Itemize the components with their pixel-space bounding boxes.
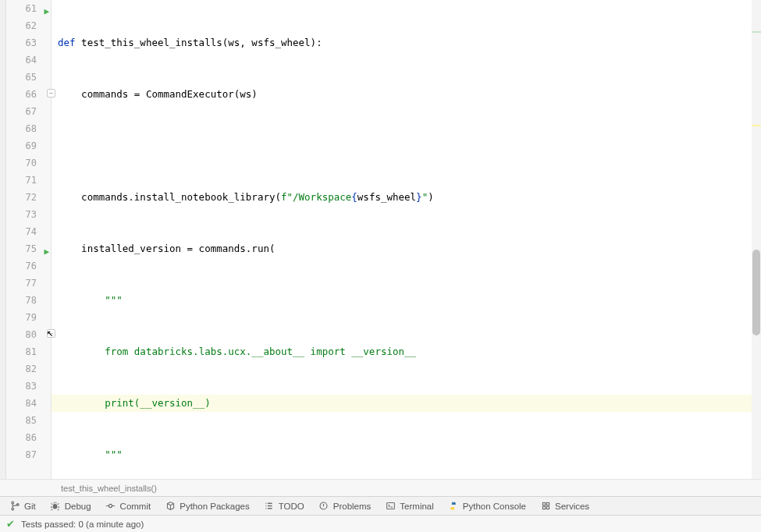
tool-label: Services — [555, 502, 589, 511]
line-number: 76 — [26, 257, 37, 275]
line-number: 85 — [26, 412, 37, 429]
bug-icon — [50, 501, 61, 512]
line-number: 87 — [26, 446, 37, 463]
python-console-tool-button[interactable]: Python Console — [442, 499, 532, 513]
svg-point-3 — [53, 504, 58, 509]
terminal-icon — [385, 501, 396, 512]
svg-point-0 — [11, 502, 13, 504]
svg-rect-10 — [546, 506, 549, 509]
code-editor[interactable]: def test_this_wheel_installs(ws, wsfs_wh… — [52, 0, 761, 479]
gutter[interactable]: 61▶ 62 63 64 65 66– 67 68 69 70 71 72 73… — [6, 0, 52, 479]
line-number: 78 — [26, 292, 37, 309]
status-tests-text[interactable]: Tests passed: 0 (a minute ago) — [21, 520, 144, 529]
vertical-scrollbar[interactable] — [752, 0, 761, 479]
svg-rect-7 — [542, 502, 545, 505]
tool-label: Problems — [333, 502, 372, 511]
tool-label: TODO — [279, 502, 304, 511]
tool-label: Python Console — [463, 502, 526, 511]
tool-window-bar: Git Debug Commit Python Packages TODO Pr… — [0, 496, 761, 515]
commit-icon — [105, 501, 116, 512]
scroll-marker — [752, 125, 761, 126]
python-packages-tool-button[interactable]: Python Packages — [158, 499, 256, 513]
line-number: 83 — [26, 378, 37, 395]
list-icon — [264, 501, 275, 512]
line-number: 86 — [26, 429, 37, 446]
line-number: 63 — [26, 34, 37, 51]
tool-label: Terminal — [400, 502, 433, 511]
line-number: 62 — [26, 17, 37, 34]
editor-area: 61▶ 62 63 64 65 66– 67 68 69 70 71 72 73… — [0, 0, 761, 479]
terminal-tool-button[interactable]: Terminal — [379, 499, 439, 513]
line-number: 75 — [26, 240, 37, 257]
scroll-marker — [752, 31, 761, 33]
tool-label: Python Packages — [180, 502, 250, 511]
svg-rect-6 — [386, 502, 394, 509]
line-number: 72 — [26, 189, 37, 206]
todo-tool-button[interactable]: TODO — [258, 499, 311, 513]
status-bar: ✔ Tests passed: 0 (a minute ago) — [0, 515, 761, 532]
line-number: 84 — [26, 395, 37, 412]
services-icon — [540, 501, 551, 512]
line-number: 67 — [26, 103, 37, 120]
line-number: 73 — [26, 206, 37, 223]
svg-rect-8 — [546, 502, 549, 505]
services-tool-button[interactable]: Services — [534, 499, 596, 513]
svg-point-4 — [109, 504, 112, 507]
debug-tool-button[interactable]: Debug — [44, 499, 98, 513]
line-number: 80 — [26, 326, 37, 343]
breadcrumb-context[interactable]: test_this_wheel_installs() — [61, 484, 157, 493]
line-number: 70 — [26, 154, 37, 172]
line-number: 66 — [26, 86, 37, 103]
warning-icon — [318, 501, 329, 512]
line-number: 77 — [26, 275, 37, 292]
line-number: 69 — [26, 137, 37, 154]
tool-label: Commit — [120, 502, 151, 511]
breadcrumb-bar[interactable]: test_this_wheel_installs() — [0, 479, 761, 496]
bookmark-strip — [0, 0, 6, 479]
tests-passed-icon: ✔ — [6, 518, 15, 530]
line-number: 64 — [26, 51, 37, 69]
line-number: 61 — [26, 0, 37, 17]
line-number: 79 — [26, 309, 37, 326]
line-number: 74 — [26, 223, 37, 240]
tool-label: Debug — [65, 502, 91, 511]
line-number: 65 — [26, 69, 37, 86]
line-number: 81 — [26, 343, 37, 360]
line-number: 82 — [26, 360, 37, 378]
svg-rect-9 — [542, 506, 545, 509]
tool-label: Git — [24, 502, 36, 511]
branch-icon — [9, 501, 20, 512]
line-number: 68 — [26, 120, 37, 137]
problems-tool-button[interactable]: Problems — [312, 499, 378, 513]
package-icon — [165, 501, 176, 512]
svg-point-1 — [11, 508, 13, 510]
git-tool-button[interactable]: Git — [3, 499, 42, 513]
python-icon — [448, 501, 459, 512]
commit-tool-button[interactable]: Commit — [99, 499, 158, 513]
scrollbar-thumb[interactable] — [752, 250, 760, 335]
line-number: 71 — [26, 172, 37, 189]
